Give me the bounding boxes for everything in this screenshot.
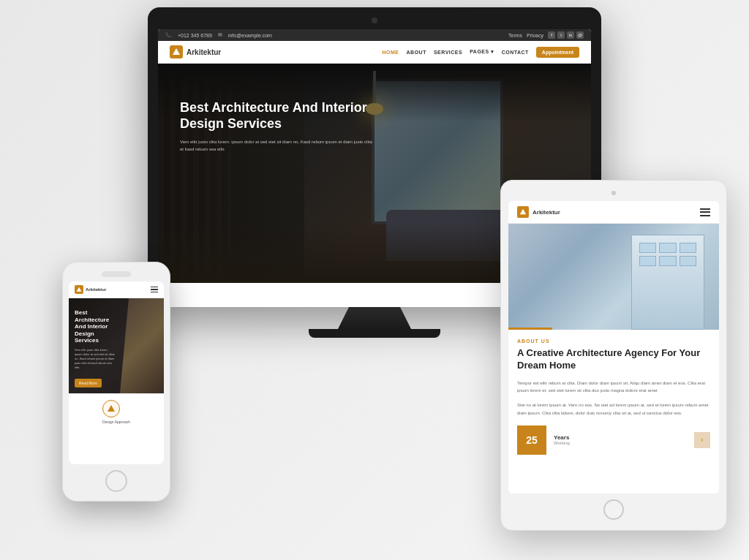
- tablet-window-3: [680, 243, 696, 253]
- tablet-about-section: ABOUT US A Creative Architecture Agency …: [508, 330, 719, 463]
- tablet-window-6: [680, 256, 696, 266]
- phone-notch: [102, 271, 131, 277]
- tablet-stat-info: Years Working: [554, 434, 687, 445]
- linkedin-icon[interactable]: in: [567, 31, 574, 39]
- tablet-logo-text: Arkitektur: [532, 209, 560, 216]
- hero-subtitle: Vero elitr justo clita lorem. ipsum dolo…: [180, 139, 374, 153]
- svg-marker-2: [108, 405, 115, 412]
- tablet-window-4: [639, 256, 656, 266]
- phone-section-icon: [102, 400, 120, 417]
- desktop-navbar: Arkitektur HOME ABOUT SERVICES PAGES ▾ C…: [158, 41, 591, 64]
- phone-hamburger-icon[interactable]: [151, 287, 158, 293]
- email-icon: ✉: [218, 32, 222, 38]
- phone-navbar: Arkitektur: [69, 281, 164, 298]
- tablet-screen: Arkitektur: [508, 201, 719, 493]
- tablet-stat-label: Years: [554, 434, 687, 441]
- phone-hero-text: Vero elitr justo clita lorem, ipsum dolo…: [75, 348, 116, 370]
- tablet-building: [631, 235, 704, 330]
- nav-appointment-btn[interactable]: Appointment: [536, 47, 579, 58]
- tablet-stat-number: 25: [517, 425, 546, 455]
- tablet-mockup: Arkitektur: [500, 180, 727, 531]
- tablet-window-2: [659, 243, 676, 253]
- hero-content: Best Architecture And InteriorDesign Ser…: [180, 100, 374, 153]
- monitor-base: [309, 329, 440, 338]
- social-icons: f t in @: [548, 31, 584, 39]
- phone-hero-title: Best ArchitectureAnd Interior DesignServ…: [75, 309, 116, 344]
- tablet-building-bg: [508, 224, 719, 330]
- phone-mockup: Arkitektur Best ArchitectureAnd Interior…: [62, 262, 170, 502]
- phone-read-more-btn[interactable]: Read More: [75, 379, 102, 387]
- svg-marker-1: [77, 287, 82, 292]
- monitor-camera: [372, 18, 377, 23]
- topbar-terms[interactable]: Terms: [508, 33, 522, 38]
- tablet-stat-sublabel: Working: [554, 441, 687, 445]
- tablet-home-button[interactable]: [603, 499, 624, 520]
- tablet-building-windows: [639, 243, 696, 266]
- tablet-next-arrow[interactable]: ›: [694, 432, 710, 448]
- phone-screen: Arkitektur Best ArchitectureAnd Interior…: [69, 281, 164, 464]
- twitter-icon[interactable]: t: [557, 31, 565, 39]
- instagram-icon[interactable]: @: [576, 31, 584, 39]
- phone-logo: Arkitektur: [75, 285, 106, 294]
- navbar-links: HOME ABOUT SERVICES PAGES ▾ CONTACT Appo…: [383, 47, 579, 58]
- phone-icon: 📞: [165, 32, 172, 38]
- topbar-email: info@example.com: [228, 33, 272, 38]
- phone-hero-content: Best ArchitectureAnd Interior DesignServ…: [75, 309, 116, 387]
- tablet-hamburger-icon[interactable]: [700, 208, 710, 216]
- tablet-stats: 25 Years Working ›: [517, 425, 710, 455]
- hero-title: Best Architecture And InteriorDesign Ser…: [180, 100, 374, 132]
- tablet-logo-icon: [517, 206, 529, 218]
- tablet-about-title: A Creative Architecture Agency For Your …: [517, 347, 710, 372]
- tablet-frame: Arkitektur: [500, 180, 727, 531]
- monitor-stand: [338, 307, 411, 329]
- nav-contact[interactable]: CONTACT: [502, 50, 529, 55]
- tablet-window-5: [659, 256, 676, 266]
- phone-frame: Arkitektur Best ArchitectureAnd Interior…: [62, 262, 170, 502]
- topbar-left: 📞 +012 345 6789 ✉ info@example.com: [165, 32, 272, 38]
- phone-icon-section: Design Approach: [69, 393, 164, 430]
- tablet-navbar: Arkitektur: [508, 201, 719, 224]
- logo-icon: [170, 45, 183, 58]
- svg-marker-0: [173, 48, 180, 55]
- facebook-icon[interactable]: f: [548, 31, 555, 39]
- phone-logo-icon: [75, 285, 83, 294]
- tablet-hero-image: [508, 224, 719, 330]
- tablet-about-text: Tempor est elitr rebum at clita. Diam do…: [517, 379, 710, 417]
- tablet-about-label: ABOUT US: [517, 338, 710, 344]
- tablet-logo: Arkitektur: [517, 206, 560, 218]
- desktop-topbar: 📞 +012 345 6789 ✉ info@example.com Terms…: [158, 29, 591, 41]
- phone-home-button[interactable]: [105, 470, 127, 492]
- nav-pages[interactable]: PAGES ▾: [470, 49, 494, 55]
- logo-text: Arkitektur: [187, 48, 221, 56]
- scene: 📞 +012 345 6789 ✉ info@example.com Terms…: [0, 0, 749, 560]
- phone-section-label: Design Approach: [102, 420, 130, 424]
- tablet-accent-line: [508, 328, 552, 330]
- topbar-privacy[interactable]: Privacy: [527, 33, 543, 38]
- navbar-logo: Arkitektur: [170, 45, 221, 58]
- nav-about[interactable]: ABOUT: [407, 50, 426, 55]
- nav-home[interactable]: HOME: [383, 50, 399, 55]
- topbar-right: Terms Privacy f t in @: [508, 31, 584, 39]
- svg-marker-3: [520, 209, 526, 215]
- topbar-phone: +012 345 6789: [178, 33, 212, 38]
- tablet-window-1: [639, 243, 656, 253]
- tablet-camera: [611, 191, 616, 195]
- phone-logo-text: Arkitektur: [86, 287, 106, 292]
- phone-hero: Best ArchitectureAnd Interior DesignServ…: [69, 298, 164, 393]
- nav-services[interactable]: SERVICES: [434, 50, 462, 55]
